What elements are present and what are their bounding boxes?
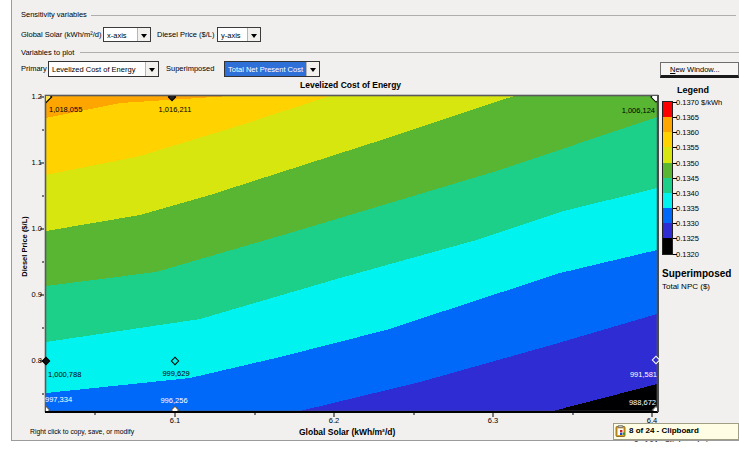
svg-text:997,334: 997,334 <box>45 395 72 404</box>
svg-text:988,672: 988,672 <box>629 398 656 407</box>
svg-text:1,018,055: 1,018,055 <box>49 105 82 114</box>
svg-text:1,016,211: 1,016,211 <box>159 105 192 114</box>
svg-text:996,256: 996,256 <box>160 396 187 405</box>
svg-text:991,581: 991,581 <box>630 370 657 379</box>
svg-text:1,000,788: 1,000,788 <box>48 370 81 379</box>
svg-text:1,006,124: 1,006,124 <box>622 106 655 115</box>
svg-text:999,629: 999,629 <box>162 369 189 378</box>
